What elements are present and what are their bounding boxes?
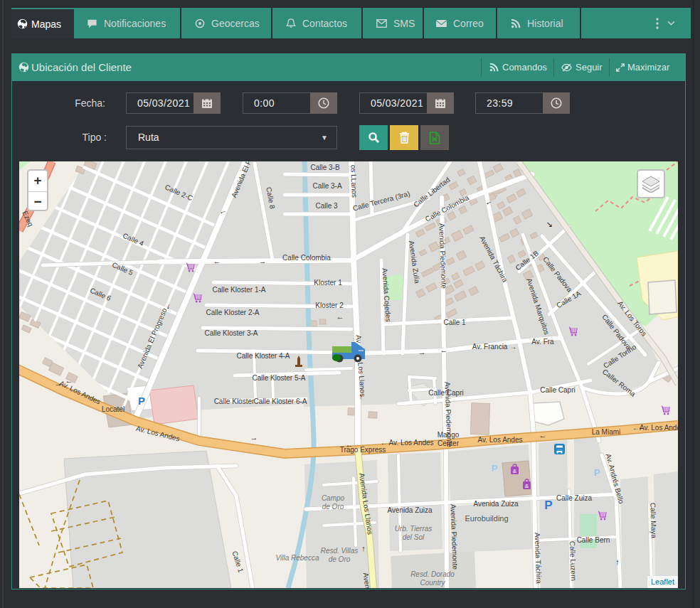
svg-text:Calle Kloster 6-A: Calle Kloster 6-A: [253, 398, 307, 405]
svg-text:Calle Kloster 3-A: Calle Kloster 3-A: [204, 329, 258, 337]
svg-text:Calle Bern: Calle Bern: [577, 536, 610, 544]
svg-text:←: ←: [638, 422, 646, 431]
svg-text:←: ←: [346, 440, 354, 449]
svg-text:Calle Kloster 1-A: Calle Kloster 1-A: [212, 286, 265, 294]
svg-text:← Av. Los Andes: ← Av. Los Andes: [380, 439, 433, 447]
svg-text:os LLanos: os LLanos: [349, 165, 359, 198]
svg-text:←: ←: [65, 376, 73, 385]
svg-text:←: ←: [213, 257, 221, 265]
svg-text:Resd. Dorado: Resd. Dorado: [410, 570, 455, 578]
svg-text:Urb. Tierras: Urb. Tierras: [395, 525, 433, 533]
svg-text:→: →: [418, 348, 426, 356]
svg-text:La Miami: La Miami: [592, 428, 621, 436]
svg-text:→: →: [250, 433, 258, 442]
svg-text:P: P: [138, 395, 145, 407]
svg-text:Calle Kloster 5-A: Calle Kloster 5-A: [252, 374, 305, 382]
svg-text:Calle 3-B: Calle 3-B: [310, 164, 339, 171]
svg-text:&: &: [525, 483, 529, 489]
svg-text:del Sol: del Sol: [403, 533, 425, 541]
svg-text:Avenida Zuiza: Avenida Zuiza: [473, 500, 519, 508]
svg-text:Av. Los Andes: Av. Los Andes: [477, 436, 522, 444]
svg-text:&: &: [513, 468, 517, 474]
svg-text:P: P: [544, 498, 552, 512]
svg-text:Country: Country: [420, 579, 445, 587]
svg-text:Calle 1: Calle 1: [443, 319, 466, 326]
svg-text:Calle 3: Calle 3: [315, 202, 338, 210]
svg-text:→: →: [55, 379, 63, 388]
svg-text:Calle Maya: Calle Maya: [649, 503, 658, 539]
svg-text:Eurobuilding: Eurobuilding: [465, 514, 508, 523]
svg-text:Kloster 1: Kloster 1: [314, 279, 342, 287]
svg-text:Calle Kloster 2-A: Calle Kloster 2-A: [206, 309, 259, 316]
svg-text:Av. Francia →: Av. Francia →: [472, 343, 516, 351]
svg-text:Kloster 2: Kloster 2: [315, 302, 344, 309]
svg-text:↘: ↘: [546, 220, 552, 228]
svg-text:Villa Rebecca: Villa Rebecca: [276, 554, 319, 562]
svg-text:de Oro: de Oro: [329, 555, 351, 563]
svg-text:←: ←: [336, 312, 344, 321]
svg-text:Campo: Campo: [322, 494, 345, 502]
svg-text:Calle Luzern: Calle Luzern: [568, 541, 578, 582]
svg-text:Calle Capri: Calle Capri: [540, 386, 575, 394]
svg-text:Calle Kloster: Calle Kloster: [214, 398, 255, 405]
svg-text:↑: ↑: [359, 392, 363, 400]
svg-text:de Oro: de Oro: [322, 503, 344, 511]
svg-text:←: ←: [539, 431, 547, 439]
svg-text:Av. Fra: Av. Fra: [531, 338, 554, 346]
svg-text:Calle Kloster 4-A: Calle Kloster 4-A: [236, 352, 290, 360]
svg-text:Avenida Zuiza: Avenida Zuiza: [387, 506, 433, 514]
svg-text:Calle Zuiza: Calle Zuiza: [556, 494, 592, 502]
svg-text:P: P: [594, 467, 600, 478]
svg-text:Calle 3-A: Calle 3-A: [312, 182, 341, 190]
svg-text:↑: ↑: [361, 544, 366, 553]
svg-text:→: →: [259, 257, 267, 265]
svg-text:←: ←: [440, 346, 448, 354]
svg-text:↑: ↑: [615, 558, 620, 566]
svg-text:Calle Colombia: Calle Colombia: [282, 254, 331, 262]
svg-text:P: P: [492, 463, 498, 474]
svg-text:Resd. Villas: Resd. Villas: [321, 547, 359, 555]
svg-text:Locatel: Locatel: [102, 405, 124, 413]
